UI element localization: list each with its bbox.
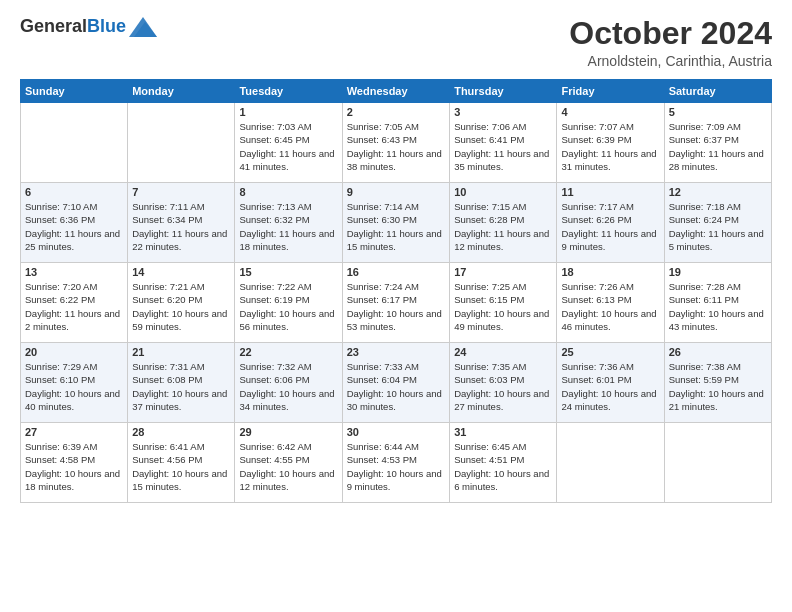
logo-icon [129, 17, 157, 37]
calendar-cell [21, 103, 128, 183]
day-of-week-wednesday: Wednesday [342, 80, 449, 103]
day-info: Sunrise: 7:36 AM Sunset: 6:01 PM Dayligh… [561, 360, 659, 413]
day-info: Sunrise: 7:21 AM Sunset: 6:20 PM Dayligh… [132, 280, 230, 333]
day-of-week-friday: Friday [557, 80, 664, 103]
day-info: Sunrise: 7:17 AM Sunset: 6:26 PM Dayligh… [561, 200, 659, 253]
day-number: 2 [347, 106, 445, 118]
day-number: 27 [25, 426, 123, 438]
calendar-cell: 11Sunrise: 7:17 AM Sunset: 6:26 PM Dayli… [557, 183, 664, 263]
day-info: Sunrise: 7:10 AM Sunset: 6:36 PM Dayligh… [25, 200, 123, 253]
day-info: Sunrise: 7:38 AM Sunset: 5:59 PM Dayligh… [669, 360, 767, 413]
calendar-cell: 27Sunrise: 6:39 AM Sunset: 4:58 PM Dayli… [21, 423, 128, 503]
day-number: 16 [347, 266, 445, 278]
calendar-cell: 24Sunrise: 7:35 AM Sunset: 6:03 PM Dayli… [450, 343, 557, 423]
day-info: Sunrise: 7:28 AM Sunset: 6:11 PM Dayligh… [669, 280, 767, 333]
header: GeneralBlue October 2024 Arnoldstein, Ca… [20, 16, 772, 69]
day-number: 14 [132, 266, 230, 278]
day-number: 24 [454, 346, 552, 358]
day-number: 18 [561, 266, 659, 278]
day-number: 26 [669, 346, 767, 358]
day-info: Sunrise: 7:33 AM Sunset: 6:04 PM Dayligh… [347, 360, 445, 413]
day-number: 30 [347, 426, 445, 438]
calendar-cell: 14Sunrise: 7:21 AM Sunset: 6:20 PM Dayli… [128, 263, 235, 343]
calendar-cell: 9Sunrise: 7:14 AM Sunset: 6:30 PM Daylig… [342, 183, 449, 263]
calendar-cell: 7Sunrise: 7:11 AM Sunset: 6:34 PM Daylig… [128, 183, 235, 263]
logo: GeneralBlue [20, 16, 157, 37]
day-info: Sunrise: 7:24 AM Sunset: 6:17 PM Dayligh… [347, 280, 445, 333]
logo-general: General [20, 16, 87, 36]
calendar-cell: 16Sunrise: 7:24 AM Sunset: 6:17 PM Dayli… [342, 263, 449, 343]
day-number: 1 [239, 106, 337, 118]
day-info: Sunrise: 6:42 AM Sunset: 4:55 PM Dayligh… [239, 440, 337, 493]
calendar-header-row: SundayMondayTuesdayWednesdayThursdayFrid… [21, 80, 772, 103]
calendar-cell: 19Sunrise: 7:28 AM Sunset: 6:11 PM Dayli… [664, 263, 771, 343]
calendar-cell: 4Sunrise: 7:07 AM Sunset: 6:39 PM Daylig… [557, 103, 664, 183]
calendar-cell: 26Sunrise: 7:38 AM Sunset: 5:59 PM Dayli… [664, 343, 771, 423]
calendar-cell [128, 103, 235, 183]
day-info: Sunrise: 7:20 AM Sunset: 6:22 PM Dayligh… [25, 280, 123, 333]
calendar-cell: 3Sunrise: 7:06 AM Sunset: 6:41 PM Daylig… [450, 103, 557, 183]
calendar-cell: 6Sunrise: 7:10 AM Sunset: 6:36 PM Daylig… [21, 183, 128, 263]
day-info: Sunrise: 7:35 AM Sunset: 6:03 PM Dayligh… [454, 360, 552, 413]
day-number: 21 [132, 346, 230, 358]
location-title: Arnoldstein, Carinthia, Austria [569, 53, 772, 69]
calendar-cell: 12Sunrise: 7:18 AM Sunset: 6:24 PM Dayli… [664, 183, 771, 263]
day-number: 7 [132, 186, 230, 198]
month-title: October 2024 [569, 16, 772, 51]
day-info: Sunrise: 7:05 AM Sunset: 6:43 PM Dayligh… [347, 120, 445, 173]
day-info: Sunrise: 7:25 AM Sunset: 6:15 PM Dayligh… [454, 280, 552, 333]
day-number: 4 [561, 106, 659, 118]
logo-blue: Blue [87, 16, 126, 36]
day-number: 10 [454, 186, 552, 198]
day-info: Sunrise: 7:15 AM Sunset: 6:28 PM Dayligh… [454, 200, 552, 253]
day-info: Sunrise: 6:39 AM Sunset: 4:58 PM Dayligh… [25, 440, 123, 493]
day-number: 28 [132, 426, 230, 438]
calendar-cell: 20Sunrise: 7:29 AM Sunset: 6:10 PM Dayli… [21, 343, 128, 423]
day-number: 13 [25, 266, 123, 278]
calendar-cell: 13Sunrise: 7:20 AM Sunset: 6:22 PM Dayli… [21, 263, 128, 343]
week-row-5: 27Sunrise: 6:39 AM Sunset: 4:58 PM Dayli… [21, 423, 772, 503]
calendar-table: SundayMondayTuesdayWednesdayThursdayFrid… [20, 79, 772, 503]
day-of-week-sunday: Sunday [21, 80, 128, 103]
day-info: Sunrise: 6:45 AM Sunset: 4:51 PM Dayligh… [454, 440, 552, 493]
day-of-week-monday: Monday [128, 80, 235, 103]
day-info: Sunrise: 6:41 AM Sunset: 4:56 PM Dayligh… [132, 440, 230, 493]
calendar-cell: 23Sunrise: 7:33 AM Sunset: 6:04 PM Dayli… [342, 343, 449, 423]
calendar-cell: 22Sunrise: 7:32 AM Sunset: 6:06 PM Dayli… [235, 343, 342, 423]
day-info: Sunrise: 7:09 AM Sunset: 6:37 PM Dayligh… [669, 120, 767, 173]
calendar-cell: 18Sunrise: 7:26 AM Sunset: 6:13 PM Dayli… [557, 263, 664, 343]
day-info: Sunrise: 7:07 AM Sunset: 6:39 PM Dayligh… [561, 120, 659, 173]
day-info: Sunrise: 7:11 AM Sunset: 6:34 PM Dayligh… [132, 200, 230, 253]
week-row-1: 1Sunrise: 7:03 AM Sunset: 6:45 PM Daylig… [21, 103, 772, 183]
day-number: 12 [669, 186, 767, 198]
week-row-3: 13Sunrise: 7:20 AM Sunset: 6:22 PM Dayli… [21, 263, 772, 343]
day-info: Sunrise: 7:22 AM Sunset: 6:19 PM Dayligh… [239, 280, 337, 333]
day-number: 22 [239, 346, 337, 358]
day-number: 29 [239, 426, 337, 438]
day-info: Sunrise: 6:44 AM Sunset: 4:53 PM Dayligh… [347, 440, 445, 493]
calendar-cell: 2Sunrise: 7:05 AM Sunset: 6:43 PM Daylig… [342, 103, 449, 183]
day-number: 11 [561, 186, 659, 198]
day-info: Sunrise: 7:13 AM Sunset: 6:32 PM Dayligh… [239, 200, 337, 253]
day-info: Sunrise: 7:14 AM Sunset: 6:30 PM Dayligh… [347, 200, 445, 253]
calendar-cell: 25Sunrise: 7:36 AM Sunset: 6:01 PM Dayli… [557, 343, 664, 423]
day-number: 9 [347, 186, 445, 198]
day-number: 19 [669, 266, 767, 278]
week-row-4: 20Sunrise: 7:29 AM Sunset: 6:10 PM Dayli… [21, 343, 772, 423]
day-number: 3 [454, 106, 552, 118]
calendar-cell: 17Sunrise: 7:25 AM Sunset: 6:15 PM Dayli… [450, 263, 557, 343]
day-info: Sunrise: 7:06 AM Sunset: 6:41 PM Dayligh… [454, 120, 552, 173]
day-number: 8 [239, 186, 337, 198]
day-info: Sunrise: 7:03 AM Sunset: 6:45 PM Dayligh… [239, 120, 337, 173]
calendar-cell: 31Sunrise: 6:45 AM Sunset: 4:51 PM Dayli… [450, 423, 557, 503]
day-number: 23 [347, 346, 445, 358]
calendar-cell: 21Sunrise: 7:31 AM Sunset: 6:08 PM Dayli… [128, 343, 235, 423]
day-number: 20 [25, 346, 123, 358]
calendar-cell: 28Sunrise: 6:41 AM Sunset: 4:56 PM Dayli… [128, 423, 235, 503]
calendar-cell: 10Sunrise: 7:15 AM Sunset: 6:28 PM Dayli… [450, 183, 557, 263]
day-number: 31 [454, 426, 552, 438]
day-number: 15 [239, 266, 337, 278]
week-row-2: 6Sunrise: 7:10 AM Sunset: 6:36 PM Daylig… [21, 183, 772, 263]
calendar-cell: 5Sunrise: 7:09 AM Sunset: 6:37 PM Daylig… [664, 103, 771, 183]
day-of-week-tuesday: Tuesday [235, 80, 342, 103]
